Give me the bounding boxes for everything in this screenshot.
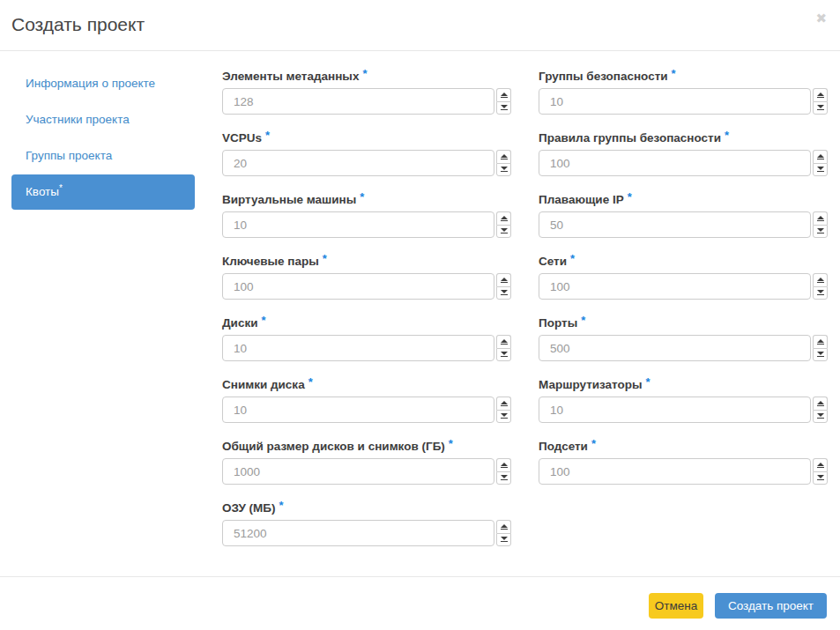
security-groups-increment-button[interactable]: [813, 88, 828, 101]
caret-up-icon: [501, 216, 508, 221]
page-title: Создать проект: [0, 0, 840, 35]
quota-field-volumes: Диски*: [222, 316, 511, 361]
number-spinner: [222, 88, 511, 115]
field-label: Подсети*: [539, 440, 828, 453]
networks-increment-button[interactable]: [813, 273, 828, 286]
routers-decrement-button[interactable]: [813, 410, 828, 424]
number-spinner: [539, 150, 828, 176]
spinner-buttons: [496, 273, 511, 300]
sidebar-item-label: Квоты: [26, 185, 59, 198]
number-spinner: [539, 88, 828, 115]
sidebar-item-project-groups[interactable]: Группы проекта: [11, 138, 195, 174]
volume-snapshots-input[interactable]: [222, 397, 494, 423]
field-label: Порты*: [539, 316, 828, 330]
floating-ips-decrement-button[interactable]: [813, 225, 828, 239]
security-group-rules-decrement-button[interactable]: [813, 163, 828, 177]
quota-field-floating-ips: Плавающие IP*: [539, 193, 828, 238]
subnets-increment-button[interactable]: [813, 458, 828, 471]
total-volume-size-gb-increment-button[interactable]: [496, 458, 511, 471]
floating-ips-increment-button[interactable]: [813, 211, 828, 225]
key-pairs-increment-button[interactable]: [496, 273, 511, 286]
ports-increment-button[interactable]: [813, 335, 828, 348]
field-label-text: Группы безопасности: [539, 70, 668, 83]
virtual-machines-input[interactable]: [222, 211, 494, 238]
create-project-modal: Создать проект ✖ Информация о проектеУча…: [0, 0, 840, 630]
security-group-rules-input[interactable]: [539, 150, 811, 176]
quota-field-networks: Сети*: [539, 255, 828, 300]
total-volume-size-gb-decrement-button[interactable]: [496, 471, 511, 485]
number-spinner: [222, 335, 511, 361]
subnets-input[interactable]: [539, 458, 811, 485]
quota-form-right-column: Группы безопасности*Правила группы безоп…: [539, 70, 828, 501]
spinner-buttons: [813, 150, 828, 176]
security-groups-input[interactable]: [539, 88, 811, 115]
networks-decrement-button[interactable]: [813, 286, 828, 300]
ram-mb-decrement-button[interactable]: [496, 533, 511, 547]
sidebar-item-project-info[interactable]: Информация о проекте: [11, 66, 195, 101]
caret-up-icon: [817, 216, 824, 221]
total-volume-size-gb-input[interactable]: [222, 458, 494, 485]
volumes-increment-button[interactable]: [496, 335, 511, 348]
vcpus-decrement-button[interactable]: [496, 163, 511, 177]
sidebar-item-label: Участники проекта: [26, 113, 130, 126]
routers-increment-button[interactable]: [813, 397, 828, 410]
quota-field-virtual-machines: Виртуальные машины*: [222, 193, 511, 238]
number-spinner: [539, 335, 828, 361]
quota-field-volume-snapshots: Снимки диска*: [222, 378, 511, 423]
metadata-items-input[interactable]: [222, 88, 494, 115]
caret-up-icon: [817, 278, 824, 283]
ram-mb-increment-button[interactable]: [496, 520, 511, 533]
spinner-buttons: [496, 458, 511, 485]
vcpus-increment-button[interactable]: [496, 150, 511, 163]
close-icon[interactable]: ✖: [815, 11, 827, 25]
sidebar-item-quotas[interactable]: Квоты*: [11, 174, 195, 210]
networks-input[interactable]: [539, 273, 811, 300]
ports-input[interactable]: [539, 335, 811, 361]
metadata-items-increment-button[interactable]: [496, 88, 511, 101]
required-asterisk: *: [308, 375, 313, 389]
subnets-decrement-button[interactable]: [813, 471, 828, 485]
field-label: Виртуальные машины*: [222, 193, 511, 206]
spinner-buttons: [813, 273, 828, 300]
required-asterisk: *: [672, 67, 676, 80]
field-label-text: Общий размер дисков и снимков (ГБ): [222, 440, 445, 453]
sidebar-item-project-members[interactable]: Участники проекта: [11, 102, 195, 137]
volumes-decrement-button[interactable]: [496, 348, 511, 362]
volume-snapshots-increment-button[interactable]: [496, 397, 511, 410]
quota-field-vcpus: VCPUs*: [222, 131, 511, 176]
required-asterisk: *: [59, 183, 63, 193]
vcpus-input[interactable]: [222, 150, 494, 176]
number-spinner: [222, 520, 511, 546]
field-label: Общий размер дисков и снимков (ГБ)*: [222, 440, 511, 453]
field-label: Сети*: [539, 255, 828, 268]
caret-down-icon: [817, 167, 824, 172]
security-groups-decrement-button[interactable]: [813, 101, 828, 115]
spinner-buttons: [496, 335, 511, 361]
caret-up-icon: [501, 463, 508, 468]
field-label-text: Виртуальные машины: [222, 193, 356, 206]
field-label: Диски*: [222, 316, 511, 330]
key-pairs-input[interactable]: [222, 273, 494, 300]
virtual-machines-decrement-button[interactable]: [496, 225, 511, 239]
key-pairs-decrement-button[interactable]: [496, 286, 511, 300]
required-asterisk: *: [570, 252, 575, 265]
spinner-buttons: [496, 150, 511, 176]
number-spinner: [222, 150, 511, 176]
ram-mb-input[interactable]: [222, 520, 494, 546]
caret-up-icon: [501, 401, 508, 406]
floating-ips-input[interactable]: [539, 211, 811, 238]
create-project-button[interactable]: Создать проект: [715, 593, 827, 619]
cancel-button[interactable]: Отмена: [649, 593, 703, 619]
virtual-machines-increment-button[interactable]: [496, 211, 511, 225]
metadata-items-decrement-button[interactable]: [496, 101, 511, 115]
spinner-buttons: [813, 397, 828, 423]
volumes-input[interactable]: [222, 335, 494, 361]
caret-up-icon: [501, 93, 508, 98]
sidebar-item-label: Группы проекта: [26, 149, 112, 162]
ports-decrement-button[interactable]: [813, 348, 828, 362]
routers-input[interactable]: [539, 397, 811, 423]
field-label: Плавающие IP*: [539, 193, 828, 206]
caret-up-icon: [501, 278, 508, 283]
volume-snapshots-decrement-button[interactable]: [496, 410, 511, 424]
security-group-rules-increment-button[interactable]: [813, 150, 828, 163]
